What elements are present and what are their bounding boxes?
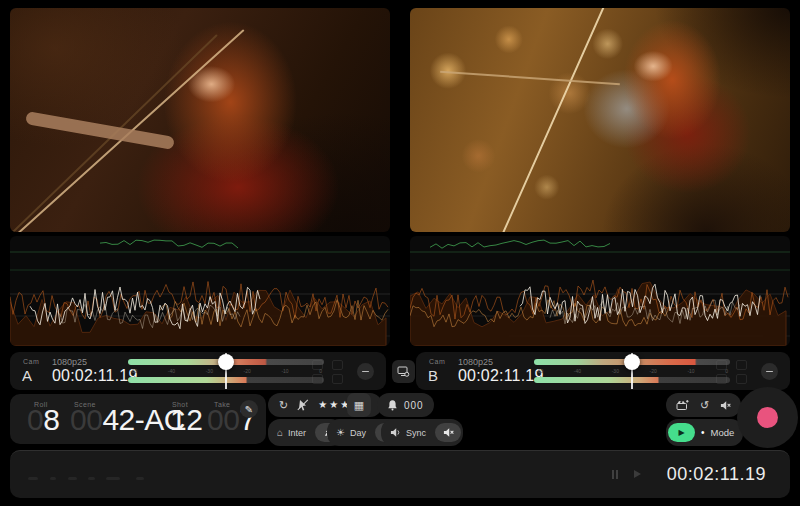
- sync-mos-toggle: Sync: [381, 419, 463, 446]
- cursor-disabled-icon[interactable]: [297, 399, 309, 411]
- notification-counter: 000: [404, 400, 424, 411]
- shot-value: 12: [170, 403, 202, 437]
- camera-a-preview[interactable]: [10, 8, 390, 232]
- camera-a-extra-buttons: [312, 360, 344, 382]
- pencil-icon: ✎: [245, 404, 253, 415]
- camera-b-timecode: 00:02:11.19: [458, 367, 544, 385]
- meter-knob[interactable]: [624, 354, 640, 370]
- day-option[interactable]: ☀ Day: [329, 428, 373, 438]
- camera-a-format: 1080p25: [52, 357, 87, 367]
- camera-b-extra-buttons: [716, 360, 748, 382]
- waveform-trace: [430, 240, 610, 248]
- camera-b-control-bar: Cam B 1080p25 00:02:11.19 -60-40-30-20-1…: [416, 352, 790, 390]
- dual-camera-monitor-app: Cam A 1080p25 00:02:11.19 -60-40-30-20-1…: [0, 0, 800, 506]
- camera-b-format: 1080p25: [458, 357, 493, 367]
- dim-icon[interactable]: [332, 374, 343, 384]
- house-icon: ⌂: [277, 428, 283, 438]
- mode-pill: ▶ • Mode: [666, 419, 743, 446]
- play-icon: ▶: [678, 428, 684, 437]
- scene-value: 0042-AC: [70, 403, 185, 437]
- camera-a-collapse-button[interactable]: [357, 363, 374, 380]
- mos-option[interactable]: [435, 423, 461, 442]
- speaker-muted-icon: [443, 427, 454, 438]
- timeline-mark: [106, 477, 120, 480]
- timeline-mark: [88, 477, 95, 480]
- record-icon: [757, 407, 778, 428]
- edit-slate-button[interactable]: ✎: [240, 400, 258, 418]
- clapper-add-icon[interactable]: [676, 399, 689, 411]
- sun-icon: ☀: [336, 428, 345, 438]
- master-timecode: 00:02:11.19: [667, 464, 766, 485]
- sync-option[interactable]: Sync: [383, 427, 433, 438]
- slate-panel: Roll 08 Scene 0042-AC Shot 12 Take 007 ✎: [10, 394, 266, 444]
- pause-icon[interactable]: [612, 470, 620, 479]
- roll-value: 08: [27, 403, 59, 437]
- timeline-mark: [50, 477, 56, 480]
- camera-a-control-bar: Cam A 1080p25 00:02:11.19 -60-40-30-20-1…: [10, 352, 386, 390]
- dim-icon[interactable]: [736, 374, 747, 384]
- camera-b-audio-meter[interactable]: -60-40-30-20-100: [534, 359, 730, 383]
- dim-icon[interactable]: [332, 360, 343, 370]
- play-button[interactable]: ▶: [668, 423, 695, 442]
- star-icon: ★: [329, 400, 338, 410]
- grid-button[interactable]: ▦: [347, 393, 371, 417]
- camera-a-channel: A: [22, 367, 32, 384]
- meter-knob[interactable]: [218, 354, 234, 370]
- audio-muted-icon[interactable]: [720, 400, 731, 411]
- camera-a-timecode: 00:02:11.19: [52, 367, 138, 385]
- notifications-pill[interactable]: 000: [377, 393, 434, 417]
- minus-icon: [362, 371, 369, 373]
- bell-icon: [387, 399, 398, 411]
- record-button[interactable]: [737, 387, 798, 448]
- dim-icon[interactable]: [312, 374, 323, 384]
- bow-shape: [482, 8, 614, 232]
- monitor-gear-icon: [397, 365, 410, 378]
- rotate-icon[interactable]: ↺: [700, 400, 709, 411]
- arrow-shape: [441, 71, 621, 86]
- waveform-trace: [100, 240, 238, 248]
- mode-label: Mode: [711, 427, 735, 438]
- timeline-mark: [28, 477, 38, 480]
- waveform-scope-b: [410, 236, 790, 346]
- bottom-transport-bar: 00:02:11.19: [10, 450, 790, 498]
- skip-icon[interactable]: [634, 470, 641, 478]
- camera-a-audio-meter[interactable]: -60-40-30-20-100: [128, 359, 324, 383]
- display-settings-button[interactable]: [392, 360, 415, 383]
- mode-dot-icon: •: [701, 427, 705, 438]
- grid-icon: ▦: [354, 399, 364, 412]
- timeline-mark: [68, 477, 77, 480]
- cam-label: Cam: [23, 358, 39, 365]
- loop-icon[interactable]: ↻: [279, 400, 288, 411]
- dim-icon[interactable]: [736, 360, 747, 370]
- speaker-icon: [390, 427, 401, 438]
- cam-label: Cam: [429, 358, 445, 365]
- camera-b-collapse-button[interactable]: [761, 363, 778, 380]
- minus-icon: [766, 371, 773, 373]
- dim-icon[interactable]: [312, 360, 323, 370]
- dim-icon[interactable]: [716, 360, 727, 370]
- dim-icon[interactable]: [716, 374, 727, 384]
- interior-option[interactable]: ⌂ Inter: [270, 428, 313, 438]
- camera-b-channel: B: [428, 367, 438, 384]
- star-icon: ★: [318, 400, 327, 410]
- camera-b-preview[interactable]: [410, 8, 790, 232]
- timeline-mark: [136, 477, 144, 480]
- capture-tools-pill: ↺: [666, 393, 741, 417]
- waveform-scope-a: [10, 236, 390, 346]
